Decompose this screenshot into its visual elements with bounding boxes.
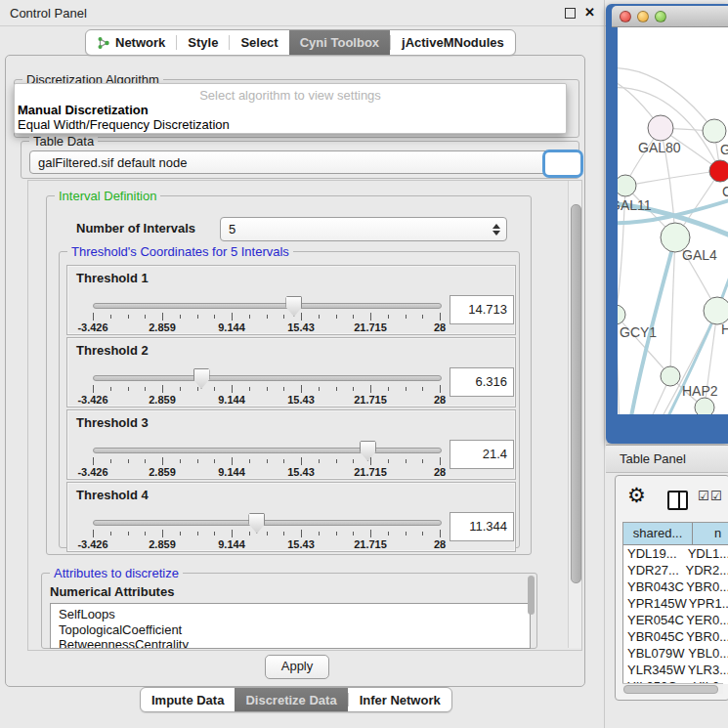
cell-shared-name: YDR27...	[623, 562, 683, 578]
horizontal-scrollbar[interactable]	[622, 683, 723, 694]
network-node-GCY1	[618, 305, 625, 324]
float-window-icon[interactable]	[565, 8, 576, 19]
slider-track[interactable]	[93, 375, 442, 381]
threshold-label: Threshold 1	[76, 271, 149, 285]
tick-label: 28	[434, 394, 446, 406]
threshold-label: Threshold 2	[76, 343, 149, 358]
threshold-value-field[interactable]: 6.316	[450, 367, 514, 397]
list-item[interactable]: TopologicalCoefficient	[51, 622, 530, 638]
table-row[interactable]: YBL079WYBL0...	[623, 645, 728, 662]
interval-definition-group: Interval Definition Number of Intervals …	[46, 195, 532, 555]
cell-name: YPR1...	[687, 595, 728, 612]
apply-button[interactable]: Apply	[265, 655, 329, 679]
tab-discretize-data[interactable]: Discretize Data	[235, 688, 347, 711]
tick-mark	[93, 457, 94, 465]
table-row[interactable]: YBR045CYBR0...	[623, 628, 728, 645]
checkbox-icon[interactable]: ☑	[710, 489, 722, 503]
network-canvas[interactable]: GAL80GCGAL11GAL4GCY1HHAP2	[618, 27, 728, 414]
table-row[interactable]: YDR27...YDR2...	[623, 562, 728, 578]
tab-jactivemnodules[interactable]: jActiveMNodules	[391, 30, 515, 55]
tick-mark	[249, 315, 250, 319]
cell-shared-name: YDL19...	[623, 545, 686, 562]
threshold-value-field[interactable]: 14.713	[450, 295, 514, 324]
tick-mark	[388, 315, 389, 319]
tick-mark	[145, 459, 146, 463]
table-row[interactable]: YPR145WYPR1...	[623, 595, 728, 612]
table-panel: ⚙ ☑ ☑ shared... n YDL19...YDL1...YDR27..…	[615, 475, 728, 701]
table-row[interactable]: YER054CYER0...	[623, 612, 728, 628]
table-data-combobox[interactable]: galFiltered.sif default node	[29, 150, 573, 174]
network-window-titlebar[interactable]	[612, 6, 728, 27]
list-item[interactable]: SelfLoops	[51, 607, 530, 622]
table-row[interactable]: YBR043CYBR0...	[623, 578, 728, 595]
tick-mark	[422, 532, 423, 535]
thresholds-group: Threshold's Coordinates for 5 Intervals …	[59, 251, 520, 548]
tick-mark	[180, 387, 181, 391]
tab-style[interactable]: Style	[177, 30, 229, 55]
close-traffic-light-icon[interactable]	[620, 11, 631, 22]
list-item[interactable]: BetweennessCentrality	[51, 637, 530, 649]
tick-mark	[406, 532, 407, 535]
tick-mark	[249, 459, 250, 463]
tick-mark	[370, 530, 371, 537]
algorithm-combobox-focus[interactable]	[542, 150, 583, 178]
slider-track[interactable]	[93, 303, 442, 309]
table-row[interactable]: YLR345WYLR3...	[623, 662, 728, 678]
minimize-traffic-light-icon[interactable]	[637, 11, 649, 22]
threshold-value-field[interactable]: 11.344	[450, 512, 514, 541]
tab-infer-network[interactable]: Infer Network	[349, 688, 451, 711]
cell-name: YBR0...	[684, 578, 728, 595]
slider-track[interactable]	[93, 448, 442, 453]
tick-mark	[319, 387, 320, 391]
number-of-intervals-label: Number of Intervals	[76, 221, 195, 236]
popup-item-manual-discretization[interactable]: Manual Discretization	[18, 103, 149, 117]
tab-network[interactable]: Network	[86, 30, 176, 55]
tick-mark	[267, 387, 268, 391]
spinner-arrows-icon[interactable]	[490, 224, 503, 236]
node-attribute-table: shared... n YDL19...YDL1...YDR27...YDR2.…	[622, 522, 728, 684]
tab-impute-data[interactable]: Impute Data	[141, 688, 235, 711]
cell-name: YBR0...	[684, 628, 728, 645]
popup-item-equal-width-frequency[interactable]: Equal Width/Frequency Discretization	[18, 117, 230, 132]
popup-hint: Select algorithm to view settings	[15, 88, 566, 103]
threshold-value-field[interactable]: 21.4	[450, 440, 514, 469]
columns-icon[interactable]	[667, 491, 688, 510]
tick-mark	[162, 457, 163, 465]
number-of-intervals-combobox[interactable]: 5	[220, 217, 507, 241]
tick-mark	[145, 387, 146, 391]
scrollbar-thumb[interactable]	[571, 204, 581, 583]
zoom-traffic-light-icon[interactable]	[655, 11, 666, 22]
group-label: Table Data	[29, 134, 98, 149]
tab-select[interactable]: Select	[230, 30, 288, 55]
slider-track[interactable]	[93, 520, 442, 526]
group-label: Interval Definition	[55, 189, 160, 203]
close-icon[interactable]: ✕	[584, 5, 595, 20]
scrollbar-thumb[interactable]	[623, 685, 718, 694]
vertical-scrollbar[interactable]	[568, 181, 581, 648]
column-header-name[interactable]: n	[693, 523, 728, 544]
column-header-shared-name[interactable]: shared...	[623, 523, 693, 544]
tick-label: 15.43	[287, 538, 315, 550]
tick-mark	[370, 385, 371, 393]
tick-mark	[180, 459, 181, 463]
tick-mark	[422, 387, 423, 391]
tick-mark	[336, 315, 337, 319]
table-row[interactable]: YDL19...YDL1...	[623, 545, 728, 562]
table-body: YDL19...YDL1...YDR27...YDR2...YBR043CYBR…	[623, 545, 728, 684]
tick-mark	[110, 459, 111, 463]
tick-mark	[232, 385, 233, 393]
network-node-GAL11	[618, 175, 636, 196]
number-of-intervals-value: 5	[221, 222, 490, 236]
tick-mark	[283, 532, 284, 535]
numerical-attributes-list[interactable]: SelfLoopsTopologicalCoefficientBetweenne…	[50, 603, 531, 649]
tick-mark	[162, 313, 163, 321]
tick-mark	[283, 315, 284, 319]
checkbox-icon[interactable]: ☑	[698, 489, 709, 503]
gear-icon[interactable]: ⚙	[627, 484, 646, 507]
network-node-H	[704, 297, 728, 324]
tick-label: 2.859	[149, 466, 176, 478]
tab-cyni-toolbox[interactable]: Cyni Toolbox	[289, 30, 390, 55]
tick-mark	[249, 532, 250, 535]
tick-label: 21.715	[354, 394, 387, 406]
list-scrollbar-thumb[interactable]	[528, 576, 535, 615]
